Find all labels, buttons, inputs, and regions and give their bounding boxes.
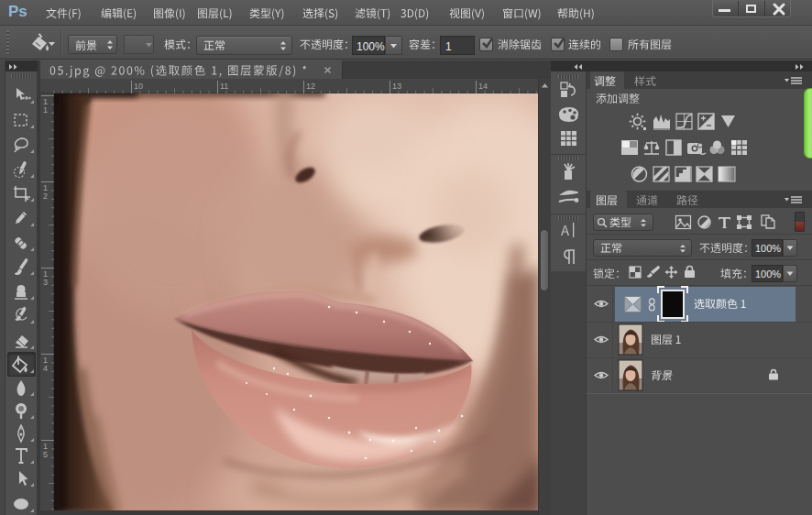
svg-text:11: 11: [220, 82, 228, 91]
svg-text:3: 3: [43, 278, 48, 287]
svg-text:5: 5: [43, 450, 48, 459]
svg-text:10: 10: [134, 82, 143, 91]
svg-text:13: 13: [392, 82, 401, 91]
svg-text:1: 1: [43, 105, 48, 115]
svg-text:12: 12: [306, 82, 315, 91]
svg-text:4: 4: [43, 364, 48, 373]
svg-text:2: 2: [43, 192, 48, 201]
svg-text:14: 14: [478, 82, 488, 91]
